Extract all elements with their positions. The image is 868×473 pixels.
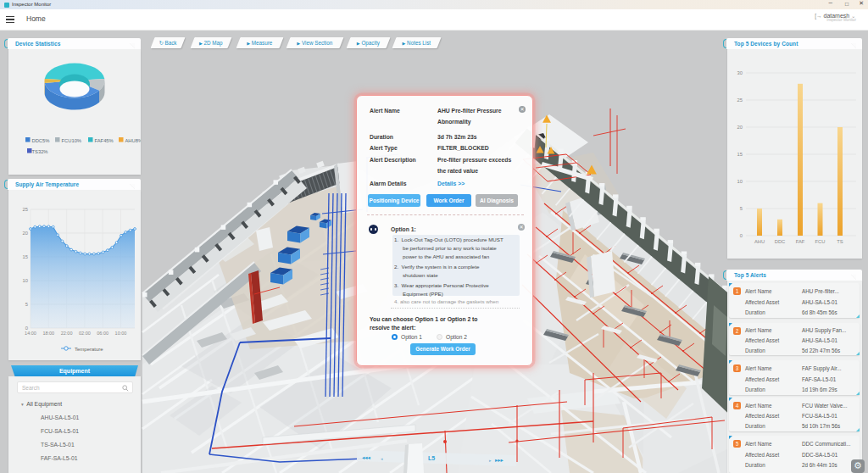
svg-text:FCU: FCU: [815, 239, 826, 244]
svg-text:FCU10%: FCU10%: [62, 138, 82, 143]
svg-text:22:00: 22:00: [61, 331, 73, 336]
svg-text:TS32%: TS32%: [32, 149, 48, 154]
svg-text:06:00: 06:00: [97, 331, 108, 336]
svg-text:Temperature: Temperature: [75, 347, 103, 352]
svg-text:25: 25: [23, 207, 28, 212]
svg-text:10: 10: [737, 179, 743, 184]
svg-text:DDC: DDC: [775, 239, 786, 244]
svg-text:14:00: 14:00: [25, 331, 36, 336]
svg-text:◂◂◂: ◂◂◂: [362, 454, 371, 460]
svg-text:10: 10: [23, 278, 28, 283]
svg-text:AHU: AHU: [754, 239, 765, 244]
svg-text:FAF: FAF: [796, 239, 805, 244]
svg-text:L5: L5: [428, 455, 435, 461]
svg-text:30: 30: [737, 70, 743, 75]
svg-text:5: 5: [25, 302, 28, 307]
svg-text:25: 25: [737, 97, 743, 103]
svg-text:AHU8%: AHU8%: [125, 138, 142, 143]
svg-text:20: 20: [23, 231, 28, 236]
svg-text:FAF45%: FAF45%: [95, 138, 114, 143]
svg-text:02:00: 02:00: [79, 331, 91, 336]
svg-text:DDC5%: DDC5%: [32, 138, 50, 143]
svg-text:18:00: 18:00: [42, 331, 54, 336]
svg-text:TS: TS: [837, 239, 843, 244]
svg-text:0: 0: [740, 233, 743, 238]
svg-text:▸▸▸: ▸▸▸: [495, 457, 504, 463]
svg-text:10:00: 10:00: [115, 331, 127, 336]
svg-text:15: 15: [737, 152, 743, 157]
svg-text:20: 20: [737, 125, 743, 130]
svg-text:5: 5: [740, 206, 743, 211]
svg-text:15: 15: [23, 254, 28, 259]
